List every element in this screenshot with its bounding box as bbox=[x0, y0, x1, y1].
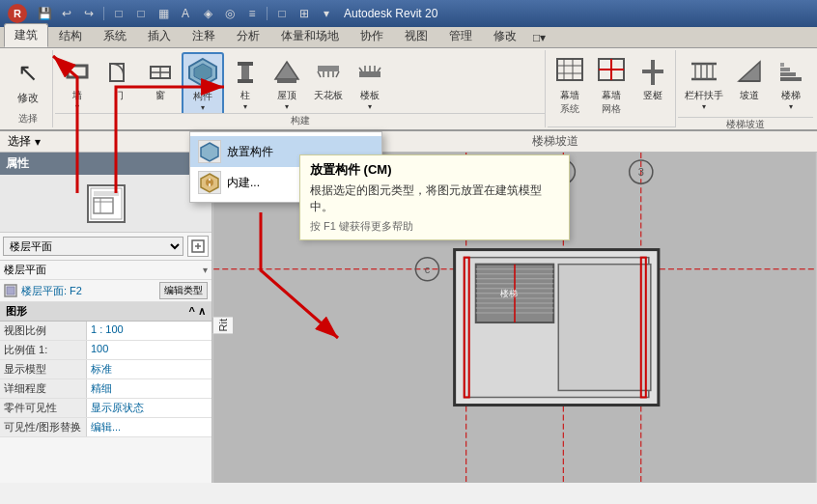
svg-rect-12 bbox=[318, 66, 339, 71]
inbuilding-label: 内建... bbox=[227, 175, 260, 191]
curtain-grid-btn[interactable]: 幕墙 网格 bbox=[591, 52, 632, 120]
wall-label: 墙 bbox=[72, 89, 82, 102]
tab-modify[interactable]: 修改 bbox=[483, 24, 527, 47]
stair-dropdown[interactable]: ▾ bbox=[789, 102, 793, 111]
qa-btn6[interactable]: ◎ bbox=[220, 5, 239, 22]
prop-type-selector: 楼层平面 bbox=[0, 233, 211, 261]
prop-value-scale[interactable]: 1 : 100 bbox=[87, 322, 211, 340]
fp-dropdown-arrow[interactable]: ▾ bbox=[203, 265, 208, 275]
svg-rect-44 bbox=[780, 68, 790, 71]
qa-btn3[interactable]: ▦ bbox=[154, 5, 173, 22]
tab-architecture[interactable]: 建筑 bbox=[4, 23, 48, 47]
undo-btn[interactable]: ↩ bbox=[57, 5, 76, 22]
roof-dropdown[interactable]: ▾ bbox=[285, 102, 289, 111]
door-label: 门 bbox=[114, 89, 124, 102]
curtain-grid-icon bbox=[596, 56, 627, 87]
tab-collaborate[interactable]: 协作 bbox=[350, 24, 394, 47]
component-dropdown[interactable]: ▾ bbox=[201, 103, 205, 112]
inbuilding-icon bbox=[198, 171, 221, 194]
qa-btn1[interactable]: □ bbox=[109, 5, 128, 22]
floor-btn[interactable]: 楼板 ▾ bbox=[350, 52, 390, 113]
qa-btn5[interactable]: ◈ bbox=[198, 5, 217, 22]
wall-btn[interactable]: 墙 ▾ bbox=[57, 52, 98, 113]
prop-row-scale: 视图比例 1 : 100 bbox=[0, 322, 211, 341]
roof-label: 屋顶 bbox=[277, 89, 296, 102]
prop-value-visibility[interactable]: 编辑... bbox=[87, 418, 211, 436]
select-group-label: 选择 bbox=[18, 110, 38, 126]
floor-dropdown[interactable]: ▾ bbox=[368, 102, 372, 111]
tooltip-title: 放置构件 (CM) bbox=[310, 161, 559, 179]
railing-dropdown[interactable]: ▾ bbox=[702, 102, 706, 111]
mullion-label: 竖梃 bbox=[643, 89, 662, 102]
prop-label-parts: 零件可见性 bbox=[0, 399, 87, 417]
properties-header: 属性 bbox=[0, 153, 211, 175]
qa-btn8[interactable]: □ bbox=[272, 5, 292, 22]
component-btn[interactable]: 构件 ▾ bbox=[182, 52, 224, 113]
tab-massing[interactable]: 体量和场地 bbox=[270, 24, 350, 47]
svg-marker-10 bbox=[275, 62, 298, 79]
qa-btn7[interactable]: ≡ bbox=[242, 5, 262, 22]
qa-btn2[interactable]: □ bbox=[131, 5, 151, 22]
qa-btn4[interactable]: A bbox=[176, 5, 195, 22]
type-select[interactable]: 楼层平面 bbox=[3, 237, 183, 256]
column-btn[interactable]: 柱 ▾ bbox=[225, 52, 266, 113]
ramp-icon bbox=[734, 56, 765, 87]
mullion-btn[interactable]: 竖梃 bbox=[633, 52, 673, 106]
window-btn[interactable]: 窗 bbox=[140, 52, 181, 106]
tab-manage[interactable]: 管理 bbox=[438, 24, 483, 47]
tab-extra[interactable]: □▾ bbox=[527, 28, 551, 47]
tab-system[interactable]: 系统 bbox=[93, 24, 137, 47]
modify-btn[interactable]: ↖ 修改 bbox=[8, 52, 48, 110]
tab-annotate[interactable]: 注释 bbox=[182, 24, 226, 47]
preview-box bbox=[87, 184, 126, 223]
window-icon bbox=[145, 56, 176, 87]
door-btn[interactable]: 门 bbox=[99, 52, 139, 106]
column-dropdown[interactable]: ▾ bbox=[243, 102, 247, 111]
tab-structure[interactable]: 结构 bbox=[48, 24, 93, 47]
select-area-bar: 选择 ▾ 构建 楼梯坡道 bbox=[0, 131, 817, 153]
prop-value-scale-val[interactable]: 100 bbox=[87, 341, 211, 359]
stair-label: 楼梯 bbox=[781, 89, 801, 102]
tab-view[interactable]: 视图 bbox=[394, 24, 438, 47]
svg-text:楼梯: 楼梯 bbox=[500, 289, 518, 298]
tab-analyze[interactable]: 分析 bbox=[226, 24, 270, 47]
component-icon bbox=[187, 57, 218, 88]
quick-access-btn[interactable]: 💾 bbox=[35, 5, 54, 22]
curtain-system-btn[interactable]: 幕墙 系统 bbox=[549, 52, 590, 120]
railing-btn[interactable]: 栏杆扶手 ▾ bbox=[680, 52, 728, 115]
ribbon-tabs: 建筑 结构 系统 插入 注释 分析 体量和场地 协作 视图 管理 修改 □▾ bbox=[0, 27, 817, 48]
edit-type-btn[interactable]: 编辑类型 bbox=[159, 282, 208, 299]
wall-icon bbox=[62, 56, 93, 87]
rit-text: Rit bbox=[212, 317, 233, 333]
svg-line-23 bbox=[378, 68, 380, 71]
svg-marker-40 bbox=[739, 62, 760, 81]
tooltip: 放置构件 (CM) 根据选定的图元类型，将图元放置在建筑模型中。 按 F1 键获… bbox=[299, 154, 570, 240]
prop-value-display[interactable]: 标准 bbox=[87, 360, 211, 378]
graphics-section-header[interactable]: 图形 ^ ∧ bbox=[0, 302, 211, 322]
tab-insert[interactable]: 插入 bbox=[137, 24, 182, 47]
roof-btn[interactable]: 屋顶 ▾ bbox=[267, 52, 307, 113]
stair-btn[interactable]: 楼梯 ▾ bbox=[771, 52, 811, 115]
instance-icon bbox=[4, 284, 17, 297]
select-label: 选择 bbox=[8, 133, 31, 150]
qa-btn9[interactable]: ⊞ bbox=[295, 5, 314, 22]
roof-icon bbox=[271, 56, 302, 87]
redo-btn[interactable]: ↪ bbox=[79, 5, 99, 22]
cursor-icon: ↖ bbox=[13, 58, 43, 89]
ceiling-btn[interactable]: 天花板 bbox=[308, 52, 349, 106]
prop-content: 图形 ^ ∧ 视图比例 1 : 100 比例值 1: 100 显示模型 标准 详… bbox=[0, 302, 211, 483]
prop-row-detail: 详细程度 精细 bbox=[0, 379, 211, 399]
prop-value-parts[interactable]: 显示原状态 bbox=[87, 399, 211, 417]
qa-dropdown[interactable]: ▾ bbox=[317, 5, 336, 22]
wall-dropdown[interactable]: ▾ bbox=[75, 102, 79, 111]
ceiling-label: 天花板 bbox=[314, 89, 343, 102]
floor-icon bbox=[354, 56, 385, 87]
prop-icon-btn1[interactable] bbox=[187, 236, 209, 257]
mullion-icon bbox=[637, 56, 668, 87]
ramp-btn[interactable]: 坡道 bbox=[729, 52, 770, 106]
select-dropdown-arrow[interactable]: ▾ bbox=[35, 135, 41, 149]
svg-text:3: 3 bbox=[638, 166, 644, 178]
svg-line-13 bbox=[318, 71, 321, 77]
prop-value-detail[interactable]: 精细 bbox=[87, 379, 211, 398]
prop-label-detail: 详细程度 bbox=[0, 379, 87, 398]
